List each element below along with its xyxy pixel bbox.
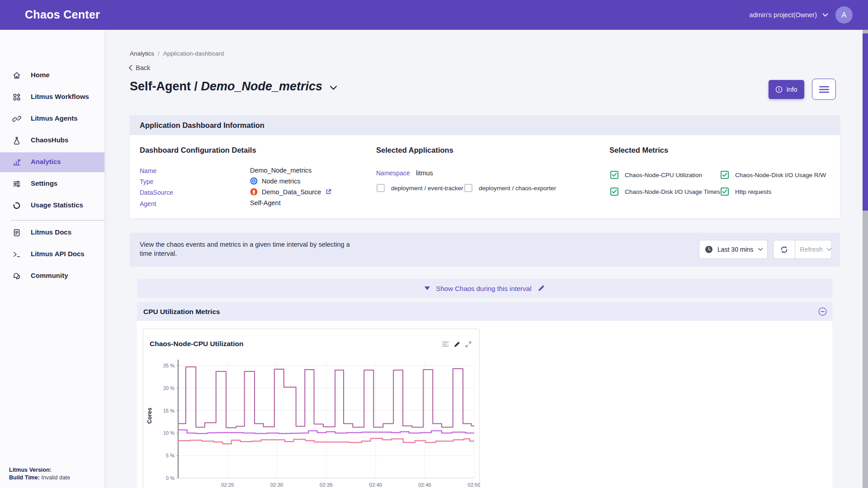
sidebar: Home Litmus Workflows Litmus Agents Chao… <box>0 30 104 488</box>
time-interval-bar: View the chaos events and metrics in a g… <box>130 233 840 267</box>
caret-down-icon <box>425 286 430 290</box>
metric-option: Http requests <box>721 188 771 196</box>
flask-icon <box>12 136 21 145</box>
show-chaos-toggle[interactable]: Show Chaos during this interval <box>137 279 832 298</box>
type-value: Node metrics <box>250 177 300 185</box>
svg-text:10 %: 10 % <box>163 430 175 436</box>
avatar[interactable]: A <box>835 6 853 23</box>
workflows-icon <box>12 93 21 102</box>
application-option-chaos-exporter: deployment / chaos-exporter <box>464 184 556 192</box>
sidebar-item-community[interactable]: Community <box>0 266 104 286</box>
breadcrumb: Analytics / Application-dashboard <box>130 50 224 57</box>
prometheus-icon <box>250 188 258 196</box>
sync-icon <box>779 245 789 254</box>
back-button[interactable]: Back <box>128 64 150 71</box>
chat-bubbles-icon <box>12 272 21 281</box>
checkbox-checked[interactable] <box>721 171 729 179</box>
refresh-now-button[interactable] <box>773 240 795 259</box>
panel-header: Application Dashboard Information <box>130 115 840 135</box>
interval-description: View the chaos events and metrics in a g… <box>140 240 352 258</box>
selected-metrics-title: Selected Metrics <box>609 146 668 155</box>
version-label: Litmus Version: <box>9 467 52 473</box>
datasource-label: DataSource <box>140 189 173 196</box>
namespace-label: Namespace <box>376 169 410 177</box>
edit-pencil-icon[interactable] <box>538 285 545 292</box>
config-details-title: Dashboard Configuration Details <box>140 146 256 155</box>
project-selector-label: admin's project(Owner) <box>750 11 817 19</box>
sidebar-footer: Litmus Version: Build Time: Invalid date <box>9 466 70 482</box>
app-title: Chaos Center <box>25 8 100 21</box>
name-value: Demo_Node_metrics <box>250 167 311 174</box>
scrollbar-thumb[interactable] <box>863 33 868 211</box>
checkbox-checked[interactable] <box>610 171 618 179</box>
agent-value: Self-Agent <box>250 199 281 206</box>
sidebar-item-chaoshubs[interactable]: ChaosHubs <box>0 131 104 150</box>
svg-text:5 %: 5 % <box>166 453 175 458</box>
sidebar-item-litmus-agents[interactable]: Litmus Agents <box>0 109 104 129</box>
svg-text:25 %: 25 % <box>163 363 175 368</box>
sidebar-item-usage-statistics[interactable]: Usage Statistics <box>0 196 104 216</box>
document-icon <box>12 228 21 237</box>
collapse-section-icon[interactable] <box>818 307 827 316</box>
datasource-value: Demo_Data_Source <box>250 188 332 196</box>
sidebar-item-analytics[interactable]: Analytics <box>0 152 104 172</box>
cpu-section-title: CPU Utilization Metrics <box>143 308 220 316</box>
page-title: Self-Agent / Demo_Node_metrics <box>130 80 322 94</box>
metric-option: Chaos-Node-Disk I/O Usage R/W <box>721 171 826 179</box>
sliders-icon <box>12 179 21 188</box>
breadcrumb-analytics[interactable]: Analytics <box>130 50 154 57</box>
refresh-rate-select[interactable]: Refresh <box>795 240 832 259</box>
cpu-chart-card: Chaos-Node-CPU Utilization Cores 02:2502… <box>143 328 480 488</box>
chevron-down-icon <box>822 13 828 17</box>
namespace-value: litmus <box>416 169 433 177</box>
selected-applications-title: Selected Applications <box>376 146 453 155</box>
type-label: Type <box>140 178 153 185</box>
chevron-down-icon <box>758 248 763 251</box>
usage-ring-icon <box>12 201 21 210</box>
external-link-icon[interactable] <box>325 188 332 195</box>
project-selector[interactable]: admin's project(Owner) <box>750 11 828 19</box>
hamburger-icon <box>819 86 829 93</box>
sidebar-item-settings[interactable]: Settings <box>0 174 104 194</box>
checkbox-unchecked[interactable] <box>464 184 472 192</box>
cpu-utilization-section-body: Chaos-Node-CPU Utilization Cores 02:2502… <box>137 321 832 488</box>
svg-text:02:50: 02:50 <box>468 482 480 488</box>
sidebar-item-litmus-docs[interactable]: Litmus Docs <box>0 223 104 243</box>
svg-text:02:35: 02:35 <box>320 482 333 488</box>
build-label: Build Time: <box>9 474 40 481</box>
analytics-icon <box>12 158 21 167</box>
sidebar-item-litmus-api-docs[interactable]: Litmus API Docs <box>0 244 104 264</box>
application-dashboard-information-panel: Application Dashboard Information Dashbo… <box>130 115 840 218</box>
dashboard-name: Demo_Node_metrics <box>201 80 323 93</box>
checkbox-checked[interactable] <box>721 188 729 196</box>
cpu-utilization-section-header: CPU Utilization Metrics <box>137 302 832 321</box>
svg-text:02:45: 02:45 <box>418 482 431 488</box>
breadcrumb-separator: / <box>158 50 160 57</box>
back-chevron-icon <box>128 65 132 71</box>
name-label: Name <box>140 167 156 174</box>
sidebar-divider <box>11 220 104 221</box>
time-range-select[interactable]: Last 30 mins <box>699 240 768 259</box>
svg-text:0 %: 0 % <box>166 475 175 481</box>
svg-text:02:30: 02:30 <box>270 482 283 488</box>
clock-icon <box>705 245 713 253</box>
svg-text:02:40: 02:40 <box>369 482 382 488</box>
svg-text:02:25: 02:25 <box>221 482 234 488</box>
home-icon <box>12 71 21 80</box>
build-value: Invalid date <box>41 474 70 481</box>
info-button[interactable]: Info <box>769 80 804 99</box>
cpu-utilization-chart[interactable]: 02:2502:3002:3502:4002:4502:500 %5 %10 %… <box>143 329 480 488</box>
chevron-down-icon <box>826 248 832 251</box>
checkbox-checked[interactable] <box>610 188 618 196</box>
top-header: Chaos Center admin's project(Owner) A <box>0 0 868 30</box>
dashboard-menu-button[interactable] <box>812 79 836 100</box>
svg-text:20 %: 20 % <box>163 385 175 391</box>
svg-text:15 %: 15 % <box>163 408 175 413</box>
checkbox-unchecked[interactable] <box>377 184 385 192</box>
node-metrics-icon <box>250 177 258 185</box>
title-chevron-down-icon[interactable] <box>330 85 337 90</box>
sidebar-item-home[interactable]: Home <box>0 66 104 85</box>
refresh-rate-value: Refresh <box>800 246 823 253</box>
sidebar-item-litmus-workflows[interactable]: Litmus Workflows <box>0 87 104 107</box>
breadcrumb-application-dashboard: Application-dashboard <box>163 50 224 57</box>
